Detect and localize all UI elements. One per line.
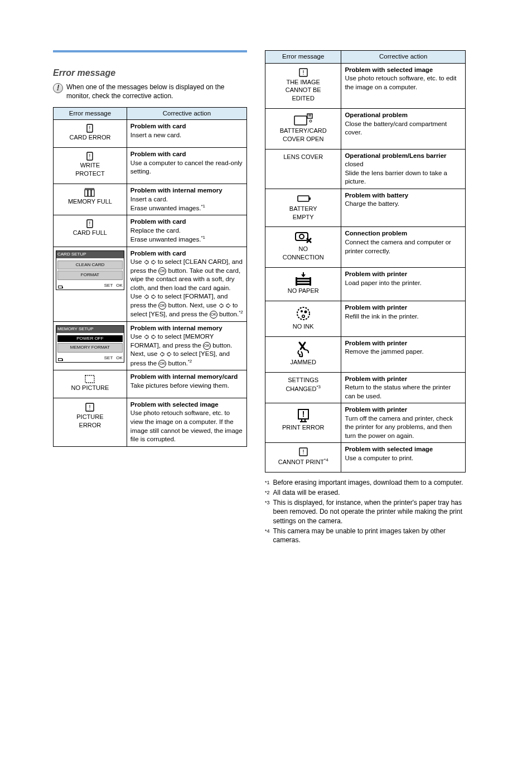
th-message: Error message [54, 107, 127, 120]
error-table-left: Error message Corrective action CARD ERR… [53, 107, 247, 447]
footnote: *2All data will be erased. [265, 488, 466, 497]
error-label: WRITEPROTECT [56, 161, 124, 178]
message-cell: NO INK [265, 301, 341, 337]
picture-error-icon [298, 67, 309, 78]
no-ink-icon [294, 305, 312, 322]
print-error-icon [296, 407, 311, 423]
ok-func-icon: OK [203, 342, 211, 350]
footnote-marker: *3 [265, 499, 270, 525]
message-cell: BATTERY/CARDCOVER OPEN [265, 109, 341, 150]
arrows-icon [144, 259, 156, 266]
arrows-icon [159, 351, 172, 358]
action-cell: Problem with printerRemove the jammed pa… [341, 336, 466, 372]
action-cell: Problem with internal memoryInsert a car… [127, 184, 246, 215]
picture-error-icon [298, 446, 309, 457]
error-label: THE IMAGECANNOT BEEDITED [268, 78, 338, 103]
memory-full-icon [84, 187, 96, 197]
footnotes: *1Before erasing important images, downl… [265, 478, 466, 544]
message-cell: CARD SETUP CLEAN CARD FORMAT SETOK [54, 247, 127, 321]
ok-func-icon: OK [158, 360, 166, 368]
table-row: MEMORY SETUP POWER OFF MEMORY FORMAT SET… [54, 321, 247, 370]
footnote-marker: *4 [265, 528, 270, 544]
error-label: BATTERYEMPTY [268, 205, 338, 221]
action-cell: Problem with cardUse to select [CLEAN CA… [127, 247, 246, 321]
ok-func-icon: OK [158, 267, 166, 275]
error-label: NO INK [268, 322, 338, 331]
table-row: PRINT ERROR Problem with printerTurn off… [265, 403, 466, 443]
footnote-marker: *1 [265, 479, 270, 487]
error-label: NO PICTURE [56, 384, 124, 392]
table-row: CANNOT PRINT*4 Problem with selected ima… [265, 443, 466, 472]
table-row: PICTUREERROR Problem with selected image… [54, 398, 247, 446]
table-row: NO PICTURE Problem with internal memory/… [54, 370, 247, 398]
no-picture-icon [84, 374, 95, 384]
error-label: NOCONNECTION [268, 245, 338, 262]
table-row: JAMMED Problem with printerRemove the ja… [265, 336, 466, 372]
error-label: BATTERY/CARDCOVER OPEN [268, 127, 338, 143]
message-cell: PRINT ERROR [265, 403, 341, 443]
message-cell: NO PICTURE [54, 370, 127, 398]
battery-empty-icon [296, 192, 311, 205]
table-row: CARD ERROR Problem with cardInsert a new… [54, 120, 247, 148]
error-label: CARD FULL [56, 229, 124, 237]
action-cell: Problem with selected imageUse a compute… [341, 443, 466, 472]
footnote: *4This camera may be unable to print ima… [265, 527, 466, 544]
error-label: CANNOT PRINT*4 [268, 457, 338, 466]
message-cell: MEMORY SETUP POWER OFF MEMORY FORMAT SET… [54, 321, 127, 370]
table-row: NOCONNECTION Connection problemConnect t… [265, 227, 466, 268]
message-cell: LENS COVER [265, 149, 341, 189]
info-icon: ! [53, 83, 63, 93]
error-label: JAMMED [268, 358, 338, 367]
message-cell: THE IMAGECANNOT BEEDITED [265, 63, 341, 109]
table-row: THE IMAGECANNOT BEEDITED Problem with se… [265, 63, 466, 109]
footnote: *3This is displayed, for instance, when … [265, 498, 466, 525]
card-setup-menu: CARD SETUP CLEAN CARD FORMAT SETOK [56, 250, 124, 290]
memory-setup-menu: MEMORY SETUP POWER OFF MEMORY FORMAT SET… [56, 325, 124, 363]
message-cell: WRITEPROTECT [54, 148, 127, 184]
error-table-right: Error message Corrective action THE IMAG… [265, 50, 466, 472]
th-message: Error message [265, 51, 341, 64]
table-row: NO INK Problem with printerRefill the in… [265, 301, 466, 337]
footnote-text: This camera may be unable to print image… [273, 527, 466, 544]
table-row: NO PAPER Problem with printerLoad paper … [265, 268, 466, 301]
table-row: BATTERY/CARDCOVER OPEN Operational probl… [265, 109, 466, 150]
footnote-marker: *2 [265, 489, 270, 497]
arrows-icon [144, 293, 156, 300]
picture-error-icon [84, 402, 95, 413]
action-cell: Operational problemClose the battery/car… [341, 109, 466, 150]
th-action: Corrective action [127, 107, 246, 120]
card-error-icon [85, 219, 95, 229]
table-row: MEMORY FULL Problem with internal memory… [54, 184, 247, 215]
error-label: MEMORY FULL [56, 197, 124, 206]
message-cell: JAMMED [265, 336, 341, 372]
table-row: BATTERYEMPTY Problem with batteryCharge … [265, 189, 466, 227]
message-cell: NOCONNECTION [265, 227, 341, 268]
table-row: CARD FULL Problem with cardReplace the c… [54, 215, 247, 247]
action-cell: Operational problem/Lens barrierclosedSl… [341, 149, 466, 189]
no-connect-icon [294, 230, 313, 245]
action-cell: Problem with printerTurn off the camera … [341, 403, 466, 443]
no-paper-icon [294, 271, 312, 287]
intro-text: When one of the messages below is displa… [66, 83, 247, 100]
intro-note: ! When one of the messages below is disp… [53, 83, 247, 100]
action-cell: Connection problemConnect the camera and… [341, 227, 466, 268]
card-error-icon [85, 151, 95, 161]
cover-open-icon [293, 112, 313, 127]
action-cell: Problem with batteryCharge the battery. [341, 189, 466, 227]
divider [53, 50, 247, 52]
message-cell: CARD FULL [54, 215, 127, 247]
message-cell: BATTERYEMPTY [265, 189, 341, 227]
footnote-text: This is displayed, for instance, when th… [273, 498, 466, 525]
section-title: Error message [53, 67, 247, 79]
action-cell: Problem with internal memoryUse to selec… [127, 321, 246, 370]
error-label: LENS COVER [268, 153, 338, 161]
arrows-icon [219, 302, 231, 309]
action-cell: Problem with printerLoad paper into the … [341, 268, 466, 301]
error-label: SETTINGSCHANGED*3 [268, 376, 338, 393]
action-cell: Problem with cardReplace the card.Erase … [127, 215, 246, 247]
table-row: WRITEPROTECT Problem with cardUse a comp… [54, 148, 247, 184]
error-label: NO PAPER [268, 287, 338, 295]
jammed-icon [295, 340, 312, 358]
arrows-icon [144, 334, 156, 340]
action-cell: Problem with cardUse a computer to cance… [127, 148, 246, 184]
